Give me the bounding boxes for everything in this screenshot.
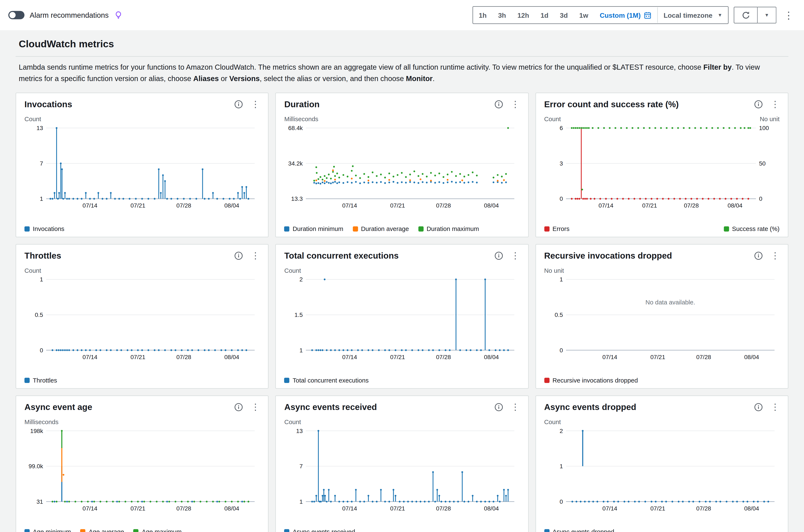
info-icon[interactable] xyxy=(234,100,243,109)
legend-item[interactable]: Errors xyxy=(544,226,570,233)
legend-item[interactable]: Total concurrent executions xyxy=(284,377,369,384)
chart-card-async-events-received: Async events received ⋮ Count 137107/140… xyxy=(275,396,529,532)
time-range-12h[interactable]: 12h xyxy=(512,7,535,23)
chart-title: Invocations xyxy=(24,100,72,110)
time-range-1h[interactable]: 1h xyxy=(473,7,492,23)
svg-text:07/21: 07/21 xyxy=(390,202,405,209)
kebab-menu-icon[interactable]: ⋮ xyxy=(251,251,260,260)
svg-text:07/14: 07/14 xyxy=(82,505,97,512)
svg-text:07/28: 07/28 xyxy=(436,354,451,360)
svg-text:07/14: 07/14 xyxy=(598,202,613,209)
time-range-3h[interactable]: 3h xyxy=(492,7,512,23)
chart-card-async-event-age: Async event age ⋮ Milliseconds 198k99.0k… xyxy=(16,396,269,532)
chart-plot[interactable]: 137107/1407/2107/2808/04 xyxy=(24,124,260,213)
legend-label: Invocations xyxy=(33,226,64,233)
time-range-1w[interactable]: 1w xyxy=(573,7,594,23)
chart-plot[interactable]: 10.5007/1407/2107/2808/04No data availab… xyxy=(544,276,780,364)
svg-text:07/28: 07/28 xyxy=(696,354,711,360)
legend-label: Total concurrent executions xyxy=(293,377,369,384)
legend-label: Age maximum xyxy=(142,528,181,532)
chart-plot[interactable]: 137107/1407/2107/2808/04 xyxy=(284,427,520,515)
kebab-menu-icon[interactable]: ⋮ xyxy=(771,100,780,109)
info-icon[interactable] xyxy=(494,251,503,260)
svg-text:07/21: 07/21 xyxy=(650,505,665,512)
svg-text:50: 50 xyxy=(759,160,765,167)
legend-item[interactable]: Age maximum xyxy=(133,528,181,532)
svg-text:1: 1 xyxy=(559,463,563,470)
svg-text:07/28: 07/28 xyxy=(176,202,191,209)
y-axis-unit: Count xyxy=(24,267,41,274)
legend-item[interactable]: Async events received xyxy=(284,528,355,532)
divider xyxy=(16,56,788,57)
legend-item[interactable]: Recursive invocations dropped xyxy=(544,377,638,384)
time-range-custom[interactable]: Custom (1M) xyxy=(594,7,657,23)
kebab-menu-icon[interactable]: ⋮ xyxy=(511,251,520,260)
legend-item[interactable]: Duration average xyxy=(352,226,409,233)
svg-text:13: 13 xyxy=(37,125,43,132)
legend-label: Duration minimum xyxy=(293,226,343,233)
chart-plot[interactable]: 68.4k34.2k13.307/1407/2107/2808/04 xyxy=(284,124,520,213)
info-icon[interactable] xyxy=(754,251,763,260)
time-range-1d[interactable]: 1d xyxy=(535,7,554,23)
svg-text:0: 0 xyxy=(559,195,563,202)
info-icon[interactable] xyxy=(754,100,763,109)
chart-legend: Recursive invocations dropped xyxy=(544,374,780,384)
info-icon[interactable] xyxy=(234,403,243,412)
kebab-menu-icon[interactable]: ⋮ xyxy=(511,403,520,412)
info-icon[interactable] xyxy=(494,403,503,412)
alarm-recommendations-toggle[interactable] xyxy=(8,11,24,19)
svg-text:13: 13 xyxy=(296,428,303,434)
y-axis-unit: No unit xyxy=(544,267,564,274)
legend-item[interactable]: Age minimum xyxy=(24,528,71,532)
legend-swatch xyxy=(133,530,139,532)
kebab-menu-icon[interactable]: ⋮ xyxy=(251,403,260,412)
refresh-button[interactable] xyxy=(734,7,758,23)
legend-item[interactable]: Throttles xyxy=(24,377,57,384)
cloudwatch-metrics-section: CloudWatch metrics Lambda sends runtime … xyxy=(0,30,804,532)
legend-item[interactable]: Age average xyxy=(80,528,124,532)
chart-plot[interactable]: 21.5107/1407/2107/2808/04 xyxy=(284,276,520,364)
kebab-menu-icon[interactable]: ⋮ xyxy=(771,251,780,260)
chart-card-error-success-rate: Error count and success rate (%) ⋮ Count… xyxy=(535,93,788,238)
chart-legend: Async events received xyxy=(284,525,520,532)
legend-item[interactable]: Success rate (%) xyxy=(724,226,780,233)
custom-range-label: Custom (1M) xyxy=(600,11,640,19)
legend-swatch xyxy=(352,227,358,232)
overflow-menu-icon[interactable]: ⋮ xyxy=(782,10,796,20)
kebab-menu-icon[interactable]: ⋮ xyxy=(771,403,780,412)
chart-plot[interactable]: 21007/1407/2107/2808/04 xyxy=(544,427,780,515)
legend-item[interactable]: Async events dropped xyxy=(544,528,614,532)
legend-label: Errors xyxy=(553,226,570,233)
time-controls: 1h 3h 12h 1d 3d 1w Custom (1M) Local tim… xyxy=(473,6,796,24)
legend-item[interactable]: Duration minimum xyxy=(284,226,343,233)
info-icon[interactable] xyxy=(234,251,243,260)
svg-text:34.2k: 34.2k xyxy=(288,160,303,167)
kebab-menu-icon[interactable]: ⋮ xyxy=(511,100,520,109)
y-axis-unit: Count xyxy=(284,419,301,426)
svg-text:08/04: 08/04 xyxy=(484,202,499,209)
chart-plot[interactable]: 198k99.0k3107/1407/2107/2808/04 xyxy=(24,427,260,515)
refresh-options-dropdown[interactable]: ▼ xyxy=(758,7,777,23)
svg-text:07/14: 07/14 xyxy=(342,354,357,360)
legend-item[interactable]: Invocations xyxy=(24,226,64,233)
chevron-down-icon: ▼ xyxy=(765,13,769,18)
info-icon[interactable] xyxy=(494,100,503,109)
info-icon[interactable] xyxy=(754,403,763,412)
legend-label: Async events dropped xyxy=(553,528,614,532)
chart-title: Async events dropped xyxy=(544,402,636,412)
alarm-recommendations-group: Alarm recommendations xyxy=(8,11,123,20)
chart-card-async-events-dropped: Async events dropped ⋮ Count 21007/1407/… xyxy=(535,396,788,532)
chart-plot[interactable]: 10.5007/1407/2107/2808/04 xyxy=(24,276,260,364)
time-range-3d[interactable]: 3d xyxy=(554,7,574,23)
svg-text:07/14: 07/14 xyxy=(342,505,357,512)
svg-text:1: 1 xyxy=(40,276,43,283)
legend-item[interactable]: Duration maximum xyxy=(418,226,479,233)
svg-text:1: 1 xyxy=(300,498,303,505)
chart-plot[interactable]: 63010050007/1407/2107/2808/04 xyxy=(544,124,780,213)
kebab-menu-icon[interactable]: ⋮ xyxy=(251,100,260,109)
timezone-dropdown[interactable]: Local timezone ▼ xyxy=(658,7,728,23)
chart-legend: Duration minimumDuration averageDuration… xyxy=(284,222,520,233)
chart-card-recursive-invocations-dropped: Recursive invocations dropped ⋮ No unit … xyxy=(535,244,788,389)
legend-swatch xyxy=(544,227,549,232)
y-axis-unit: Milliseconds xyxy=(24,419,58,426)
